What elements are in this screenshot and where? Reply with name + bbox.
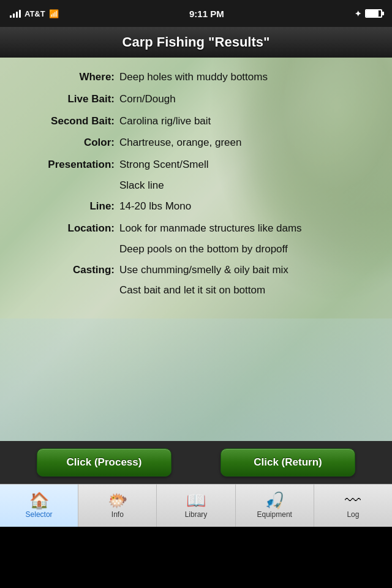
equipment-icon: 🎣: [265, 492, 284, 508]
signal-icon: [10, 9, 21, 18]
info-value: Strong Scent/Smell: [119, 157, 380, 172]
info-value: Look for manmade structures like dams: [119, 221, 380, 236]
status-time: 9:11 PM: [189, 9, 224, 19]
selector-label: Selector: [26, 510, 53, 519]
info-value: 14-20 lbs Mono: [119, 199, 380, 214]
info-label: Presentation:: [12, 157, 119, 172]
tab-bar: 🏠 Selector 🐡 Info 📖 Library 🎣 Equipment …: [0, 484, 392, 527]
info-row: Presentation: Strong Scent/Smell: [12, 157, 380, 172]
info-label: Location:: [12, 221, 119, 236]
bluetooth-icon: ✦: [355, 9, 361, 18]
info-row: Color: Chartreuse, orange, green: [12, 135, 380, 150]
info-continuation-row: Slack line: [12, 179, 380, 192]
battery-icon: [365, 9, 382, 18]
info-label: Second Bait:: [12, 114, 119, 129]
info-label: Line:: [12, 199, 119, 214]
info-label: Casting:: [12, 263, 119, 277]
process-button[interactable]: Click (Process): [37, 448, 172, 477]
log-icon: 〰: [345, 492, 361, 508]
page-title: Carp Fishing "Results": [123, 34, 270, 50]
library-icon: 📖: [186, 492, 206, 508]
content-area: Where: Deep holes with muddy bottoms Liv…: [0, 58, 392, 441]
info-label: Where:: [12, 70, 119, 85]
info-row: Line: 14-20 lbs Mono: [12, 199, 380, 214]
info-table: Where: Deep holes with muddy bottoms Liv…: [0, 58, 392, 310]
button-bar: Click (Process) Click (Return): [0, 441, 392, 484]
wifi-icon: 📶: [49, 9, 59, 18]
info-label: Live Bait:: [12, 92, 119, 107]
info-continuation-row: Deep pools on the bottom by dropoff: [12, 243, 380, 255]
info-row: Live Bait: Corn/Dough: [12, 92, 380, 107]
carrier-label: AT&T: [24, 9, 45, 18]
info-continuation-value: Cast bait and let it sit on bottom: [119, 284, 380, 296]
log-label: Log: [347, 510, 359, 519]
info-label: Info: [111, 510, 124, 519]
tab-library[interactable]: 📖 Library: [157, 484, 235, 527]
info-row: Where: Deep holes with muddy bottoms: [12, 70, 380, 85]
info-continuation-row: Cast bait and let it sit on bottom: [12, 284, 380, 296]
info-value: Chartreuse, orange, green: [119, 135, 380, 150]
info-value: Carolina rig/live bait: [119, 114, 380, 129]
info-continuation-value: Deep pools on the bottom by dropoff: [119, 243, 380, 255]
equipment-label: Equipment: [257, 510, 292, 519]
info-icon: 🐡: [108, 492, 127, 508]
status-left: AT&T 📶: [10, 9, 59, 18]
info-value: Use chumming/smelly & oily bait mix: [119, 263, 380, 277]
selector-icon: 🏠: [29, 492, 49, 508]
info-label: Color:: [12, 135, 119, 150]
info-value: Deep holes with muddy bottoms: [119, 70, 380, 85]
status-right: ✦: [355, 9, 382, 18]
title-bar: Carp Fishing "Results": [0, 27, 392, 58]
info-value: Corn/Dough: [119, 92, 380, 107]
library-label: Library: [185, 510, 208, 519]
info-row: Location: Look for manmade structures li…: [12, 221, 380, 236]
status-bar: AT&T 📶 9:11 PM ✦: [0, 0, 392, 27]
tab-info[interactable]: 🐡 Info: [78, 484, 157, 527]
tab-log[interactable]: 〰 Log: [314, 484, 392, 527]
info-continuation-value: Slack line: [119, 179, 380, 192]
info-row: Casting: Use chumming/smelly & oily bait…: [12, 263, 380, 277]
info-row: Second Bait: Carolina rig/live bait: [12, 114, 380, 129]
tab-selector[interactable]: 🏠 Selector: [0, 484, 78, 527]
return-button[interactable]: Click (Return): [221, 448, 355, 477]
tab-equipment[interactable]: 🎣 Equipment: [236, 484, 314, 527]
